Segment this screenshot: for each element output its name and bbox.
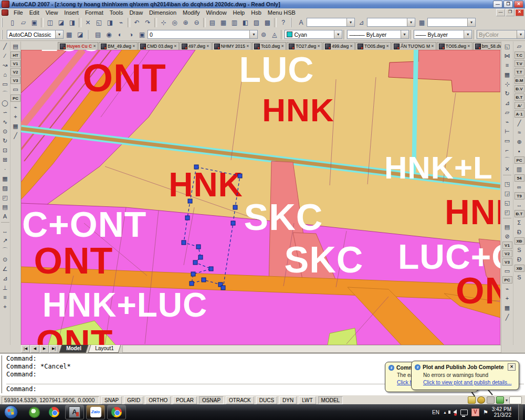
tool-button[interactable]: ╱ <box>11 131 20 140</box>
zoom-window-icon[interactable]: ⊕ <box>180 17 191 27</box>
lineweight-combo[interactable]: —— ByLayer ▾ <box>414 30 472 39</box>
tool-button[interactable]: V3 <box>10 77 20 84</box>
toggle-grid[interactable]: GRID <box>124 396 143 404</box>
tool-button[interactable]: Σ <box>514 218 524 227</box>
tool-button[interactable]: ⊕ <box>514 137 524 146</box>
tool-button[interactable]: Đ <box>514 227 524 237</box>
close-tab-icon[interactable]: ✕ <box>246 44 249 48</box>
tool-button[interactable]: ◱ <box>502 198 512 207</box>
tool-button[interactable]: ▦ <box>11 121 20 131</box>
tool-button[interactable]: ▪ <box>514 146 524 156</box>
tool-button[interactable]: S <box>514 272 524 282</box>
layer-previous-icon[interactable]: ◬ <box>269 29 280 39</box>
tool-button[interactable]: ⊘ <box>502 232 512 241</box>
tool-button[interactable]: PC <box>502 276 512 284</box>
tool-button[interactable]: ▤ <box>502 222 512 232</box>
tool-button[interactable]: ▤ <box>11 41 20 51</box>
layer-bulb-icon[interactable]: ◉ <box>103 29 114 39</box>
tool-button[interactable]: ▭ <box>1 79 10 89</box>
grip-handle[interactable] <box>231 221 235 225</box>
toggle-dyn[interactable]: DYN <box>279 396 297 404</box>
close-tab-icon[interactable]: ✕ <box>350 44 353 48</box>
chevron-down-icon[interactable]: ▾ <box>334 30 342 38</box>
menu-hsb[interactable]: Hsb <box>248 9 265 16</box>
dim-style-icon[interactable]: ⊿ <box>356 17 367 27</box>
tool-button[interactable]: HT <box>10 51 20 59</box>
tool-button[interactable]: ≡ <box>502 60 512 70</box>
tool-button[interactable]: ⊿ <box>1 274 10 283</box>
new-icon[interactable]: ▯ <box>7 17 18 27</box>
match-properties-icon[interactable]: ⌁ <box>116 17 127 27</box>
linetype-combo[interactable]: ——— ByLayer ▾ <box>347 30 408 39</box>
tool-palettes-icon[interactable]: ▥ <box>229 17 240 27</box>
volume-icon[interactable] <box>450 410 457 415</box>
workspace-combo[interactable]: AutoCAD Classic ▾ <box>7 30 64 39</box>
toolbar-grip[interactable] <box>290 18 294 27</box>
color-combo[interactable]: Cyan ▾ <box>285 30 342 39</box>
tool-button[interactable]: ⊞ <box>1 155 10 164</box>
sheetset-icon[interactable]: ◧ <box>240 17 251 27</box>
tool-button[interactable]: ⌒ <box>502 155 512 164</box>
tool-button[interactable]: ◱ <box>502 41 512 51</box>
designcenter-icon[interactable]: ▦ <box>218 17 229 27</box>
grip-handle[interactable] <box>182 240 186 245</box>
doc-tab[interactable]: 499.dwg✕ <box>323 42 355 50</box>
layout-nav-icon[interactable]: ◀ <box>30 345 39 353</box>
tool-button[interactable]: XĐ <box>514 237 524 245</box>
tool-button[interactable]: ▤ <box>1 202 10 212</box>
chevron-down-icon[interactable]: ▾ <box>55 30 63 38</box>
redo-icon[interactable]: ↷ <box>142 17 153 27</box>
tool-button[interactable]: ⌁ <box>11 102 20 112</box>
grip-handle[interactable] <box>191 272 195 276</box>
tool-button[interactable]: ◰ <box>1 193 10 202</box>
layer-combo[interactable]: 0 ▾ <box>148 30 258 39</box>
tool-button[interactable]: ≡ <box>1 292 10 302</box>
toggle-model[interactable]: MODEL <box>318 396 343 404</box>
layer-properties-icon[interactable]: ▤ <box>92 29 103 39</box>
tool-button[interactable]: ⌒ <box>1 245 10 255</box>
tool-button[interactable]: ▥ <box>514 164 524 174</box>
tool-button[interactable]: Đ <box>514 255 524 264</box>
tool-button[interactable]: ⊡ <box>1 145 10 155</box>
tool-button[interactable]: ∞ <box>514 182 524 192</box>
plot-publish-balloon[interactable]: i Plot and Publish Job Complete ✕ No err… <box>411 361 519 390</box>
tool-button[interactable]: Đ.V <box>514 85 524 92</box>
grip-handle[interactable] <box>185 216 190 220</box>
close-tab-icon[interactable]: ✕ <box>132 44 135 48</box>
tool-button[interactable]: T.T <box>514 68 524 76</box>
grip-handle[interactable] <box>233 205 237 209</box>
communication-center-icon[interactable] <box>496 396 504 404</box>
selection-grips[interactable] <box>21 50 500 345</box>
tool-button[interactable]: V2 <box>10 68 20 76</box>
tool-button[interactable]: ✕ <box>502 164 512 174</box>
tool-button[interactable]: ∕ <box>1 51 10 60</box>
command-window-grip[interactable] <box>1 355 5 393</box>
tool-button[interactable]: ▦ <box>502 70 512 79</box>
text-style-icon[interactable]: A <box>296 17 307 27</box>
taskbar-autocad-button[interactable]: A <box>65 405 84 419</box>
menu-draw[interactable]: Draw <box>126 9 146 16</box>
doc-tab[interactable]: CMD 03.dwg✕ <box>138 42 179 50</box>
grip-handle[interactable] <box>188 199 192 203</box>
toggle-ortho[interactable]: ORTHO <box>145 396 171 404</box>
tool-button[interactable]: ▦ <box>502 303 512 312</box>
tool-button[interactable]: ⌂ <box>1 70 10 79</box>
close-tab-icon[interactable]: ✕ <box>386 44 389 48</box>
tool-button[interactable]: ⊿ <box>502 98 512 108</box>
tool-button[interactable]: ↔ <box>514 200 524 209</box>
toggle-osnap[interactable]: OSNAP <box>199 396 224 404</box>
grip-handle[interactable] <box>202 278 206 282</box>
markup-icon[interactable]: ▨ <box>251 17 262 27</box>
tool-button[interactable]: ╱ <box>1 41 10 51</box>
clean-screen-button[interactable] <box>509 396 522 404</box>
close-tab-icon[interactable]: ✕ <box>93 44 96 48</box>
flag-icon[interactable]: ⚑ <box>483 409 488 416</box>
tool-button[interactable]: ↝ <box>1 60 10 70</box>
tool-button[interactable]: T.V <box>514 60 524 67</box>
tray-chevron-icon[interactable]: ▾ <box>506 398 508 403</box>
doc-tab[interactable]: bm_58.dwg✕ <box>473 42 501 50</box>
layer-color-icon[interactable]: ▣ <box>136 29 148 39</box>
taskbar-coccoc-icon[interactable] <box>25 405 43 419</box>
close-tab-icon[interactable]: ✕ <box>174 44 177 48</box>
layout-nav-icon[interactable]: ▶| <box>49 345 58 353</box>
